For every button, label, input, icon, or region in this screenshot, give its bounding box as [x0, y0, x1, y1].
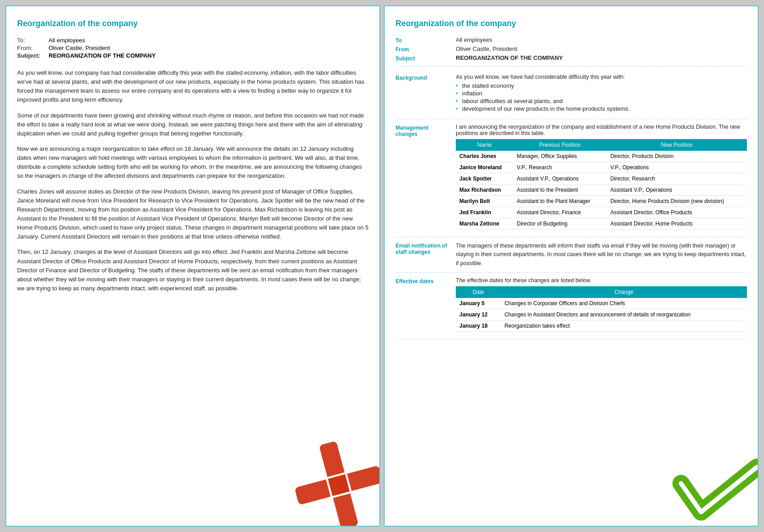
- left-panel: Reorganization of the company To:All emp…: [5, 5, 380, 527]
- right-section-effective: Effective datesThe effective dates for t…: [395, 277, 747, 339]
- left-title: Reorganization of the company: [17, 19, 369, 28]
- section-label-effective: Effective dates: [395, 277, 449, 334]
- bullet-item: development of our new products in the h…: [456, 105, 747, 113]
- section-label-background: Background: [395, 74, 449, 114]
- table-cell: Assistant V.P., Operations: [513, 173, 607, 185]
- table-cell: Assistant V.P., Operations: [607, 185, 747, 196]
- red-x-icon: [289, 436, 380, 527]
- table-row: Jack SpotterAssistant V.P., OperationsDi…: [456, 173, 747, 185]
- table-header: Date: [456, 286, 501, 298]
- right-panel: Reorganization of the company To All emp…: [384, 5, 759, 527]
- table-cell: Director, Home Products Division (new di…: [607, 196, 747, 207]
- bullet-item: the stalled economy: [456, 82, 747, 90]
- right-section-email: Email notification of staff changesThe m…: [395, 242, 747, 273]
- left-paragraph: As you well know, our company has had co…: [17, 68, 369, 105]
- section-content-background: As you well know, we have had considerab…: [456, 74, 747, 114]
- table-cell: January 5: [456, 298, 501, 309]
- meta-value: Oliver Castle, President: [49, 44, 159, 52]
- right-section-management: Management changesI am announcing the re…: [395, 124, 747, 237]
- table-cell: Changes in Assistant Directors and annou…: [501, 309, 747, 320]
- section-label-management: Management changes: [395, 124, 449, 232]
- left-body: As you well know, our company has had co…: [17, 68, 369, 293]
- table-cell: Assistant to the President: [513, 185, 607, 196]
- left-paragraph: Charles Jones will assume duties as Dire…: [17, 187, 369, 242]
- management-table: NamePrevious PositionNew PositionCharles…: [456, 139, 747, 230]
- table-cell: Changes in Corporate Officers and Divisi…: [501, 298, 747, 309]
- table-row: January 18Reorganization takes effect: [456, 320, 747, 332]
- table-cell: V.P., Operations: [607, 162, 747, 173]
- table-row: Max RichardsonAssistant to the President…: [456, 185, 747, 196]
- table-header: Change: [501, 286, 747, 298]
- table-row: Marsha ZettoneDirector of BudgetingAssis…: [456, 218, 747, 230]
- table-cell: Manager, Office Supplies: [513, 151, 607, 162]
- meta-from-value: Oliver Castle, President: [456, 45, 747, 53]
- bullet-item: inflation: [456, 90, 747, 97]
- table-row: Charles JonesManager, Office SuppliesDir…: [456, 151, 747, 162]
- table-cell: Max Richardson: [456, 185, 513, 196]
- table-cell: Marilyn Belt: [456, 196, 513, 207]
- meta-label: Subject:: [17, 52, 49, 59]
- table-cell: January 18: [456, 320, 501, 332]
- meta-to-label: To: [395, 36, 449, 44]
- table-row: Marilyn BeltAssistant to the Plant Manag…: [456, 196, 747, 207]
- right-section-background: BackgroundAs you well know, we have had …: [395, 74, 747, 119]
- table-row: Janice MorelandV.P., ResearchV.P., Opera…: [456, 162, 747, 173]
- meta-subject-value: REORGANIZATION OF THE COMPANY: [456, 54, 747, 62]
- svg-rect-2: [318, 440, 360, 527]
- svg-rect-1: [293, 464, 380, 506]
- meta-label: From:: [17, 44, 49, 52]
- table-header: Previous Position: [513, 139, 607, 151]
- section-content-effective: The effective dates for these changes ar…: [456, 277, 747, 334]
- section-content-email: The managers of these departments will i…: [456, 242, 747, 268]
- table-cell: Reorganization takes effect: [501, 320, 747, 332]
- meta-to-value: All employees: [456, 36, 747, 44]
- left-paragraph: Then, on 12 January, changes at the leve…: [17, 248, 369, 293]
- table-row: January 12Changes in Assistant Directors…: [456, 309, 747, 320]
- table-cell: Marsha Zettone: [456, 218, 513, 230]
- meta-label: To:: [17, 36, 49, 44]
- meta-from-label: From: [395, 45, 449, 53]
- table-cell: Jed Franklin: [456, 207, 513, 218]
- table-cell: Director, Research: [607, 173, 747, 185]
- table-cell: Director, Products Division: [607, 151, 747, 162]
- table-header: Name: [456, 139, 513, 151]
- section-content-management: I am announcing the reorganization of th…: [456, 124, 747, 232]
- left-meta: To:All employeesFrom:Oliver Castle, Pres…: [17, 36, 369, 59]
- dates-table: DateChangeJanuary 5Changes in Corporate …: [456, 286, 747, 332]
- table-cell: Charles Jones: [456, 151, 513, 162]
- meta-value: REORGANIZATION OF THE COMPANY: [49, 52, 159, 59]
- table-header: New Position: [607, 139, 747, 151]
- left-paragraph: Now we are announcing a major reorganiza…: [17, 144, 369, 181]
- table-cell: Assistant to the Plant Manager: [513, 196, 607, 207]
- section-text: The managers of these departments will i…: [456, 242, 747, 268]
- svg-rect-0: [318, 440, 360, 527]
- table-row: Jed FranklinAssistant Director, FinanceA…: [456, 207, 747, 218]
- table-cell: Assistant Director, Home Products: [607, 218, 747, 230]
- green-check-icon: [672, 440, 759, 527]
- section-label-email: Email notification of staff changes: [395, 242, 449, 268]
- table-cell: Director of Budgeting: [513, 218, 607, 230]
- meta-value: All employees: [49, 36, 159, 44]
- svg-rect-3: [293, 464, 380, 506]
- table-cell: V.P., Research: [513, 162, 607, 173]
- table-cell: January 12: [456, 309, 501, 320]
- right-meta: To All employees From Oliver Castle, Pre…: [395, 36, 747, 67]
- table-cell: Assistant Director, Office Products: [607, 207, 747, 218]
- table-cell: Assistant Director, Finance: [513, 207, 607, 218]
- table-cell: Janice Moreland: [456, 162, 513, 173]
- table-cell: Jack Spotter: [456, 173, 513, 185]
- bullet-item: labour difficulties at several plants, a…: [456, 97, 747, 105]
- right-title: Reorganization of the company: [395, 19, 747, 28]
- table-row: January 5Changes in Corporate Officers a…: [456, 298, 747, 309]
- left-paragraph: Some of our departments have been growin…: [17, 111, 369, 138]
- meta-subject-label: Subject: [395, 54, 449, 62]
- right-sections: BackgroundAs you well know, we have had …: [395, 74, 747, 339]
